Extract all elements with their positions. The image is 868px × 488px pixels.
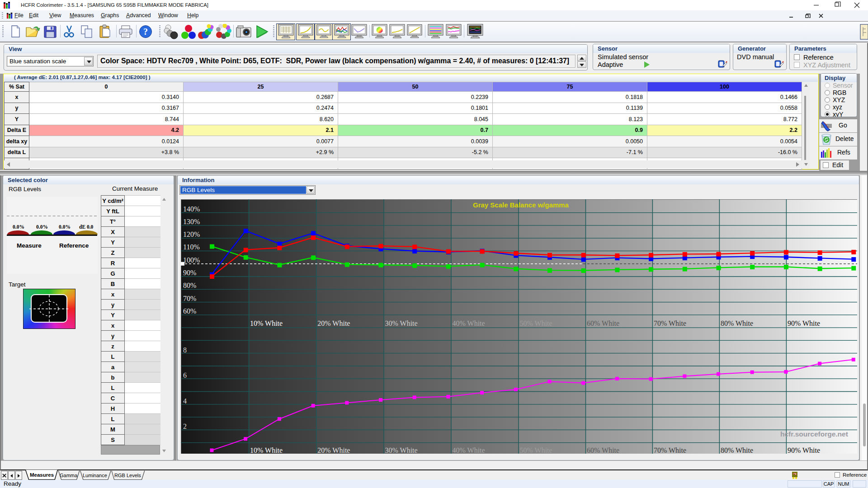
svg-text:Gray Scale Balance w/gamma: Gray Scale Balance w/gamma — [473, 201, 569, 209]
svg-text:50% White: 50% White — [520, 446, 552, 454]
svg-text:60%: 60% — [183, 307, 196, 315]
svg-text:6: 6 — [183, 371, 187, 379]
svg-text:70%: 70% — [183, 295, 196, 302]
svg-text:4: 4 — [183, 397, 187, 405]
svg-text:80%: 80% — [183, 282, 196, 289]
svg-text:10% White: 10% White — [250, 319, 283, 327]
svg-text:10% White: 10% White — [250, 446, 283, 454]
svg-text:60% White: 60% White — [587, 319, 619, 327]
svg-text:20% White: 20% White — [317, 319, 350, 327]
svg-text:120%: 120% — [183, 230, 200, 238]
svg-text:?: ? — [143, 27, 148, 37]
svg-text:30% White: 30% White — [385, 446, 418, 454]
svg-text:30% White: 30% White — [385, 319, 418, 327]
svg-text:60% White: 60% White — [587, 446, 619, 454]
svg-text:90%: 90% — [183, 269, 196, 277]
svg-text:8: 8 — [183, 346, 187, 354]
svg-text:100%: 100% — [183, 256, 200, 264]
svg-text:2: 2 — [183, 422, 187, 430]
svg-text:40% White: 40% White — [453, 319, 485, 327]
svg-text:140%: 140% — [183, 205, 200, 213]
svg-text:50% White: 50% White — [520, 319, 552, 327]
svg-text:90% White: 90% White — [788, 446, 820, 454]
svg-text:40% White: 40% White — [453, 446, 485, 454]
svg-text:130%: 130% — [183, 218, 200, 225]
svg-text:70% White: 70% White — [654, 319, 686, 327]
svg-text:110%: 110% — [183, 243, 200, 251]
svg-text:hcfr.sourceforge.net: hcfr.sourceforge.net — [780, 430, 848, 438]
svg-text:70% White: 70% White — [654, 446, 686, 454]
svg-text:80% White: 80% White — [721, 446, 753, 454]
svg-text:80% White: 80% White — [721, 319, 753, 327]
svg-text:90% White: 90% White — [788, 319, 820, 327]
svg-text:20% White: 20% White — [317, 446, 350, 454]
